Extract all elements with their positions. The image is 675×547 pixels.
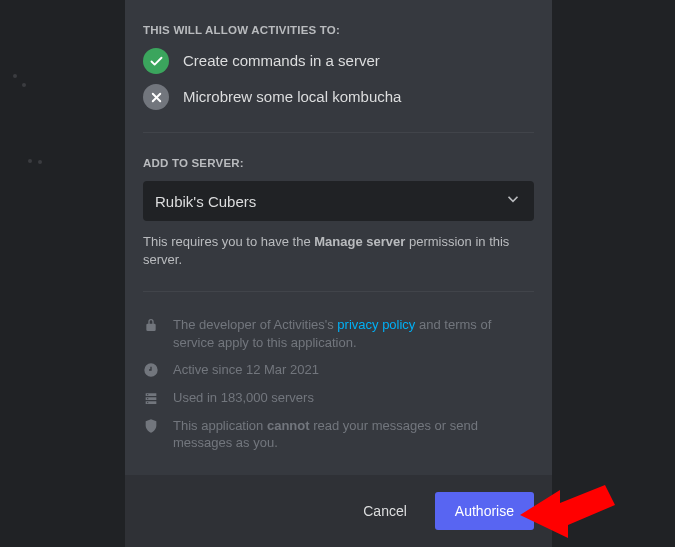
dialog-footer: Cancel Authorise — [125, 475, 552, 547]
permission-item-allow: Create commands in a server — [143, 48, 534, 74]
info-active: Active since 12 Mar 2021 — [143, 361, 534, 379]
authorise-button[interactable]: Authorise — [435, 492, 534, 530]
cancel-button[interactable]: Cancel — [343, 492, 427, 530]
hint-prefix: This requires you to have the — [143, 234, 314, 249]
info-pre: This application — [173, 418, 267, 433]
dialog-body: THIS WILL ALLOW ACTIVITIES TO: Create co… — [125, 0, 552, 475]
server-select-value: Rubik's Cubers — [155, 193, 256, 210]
info-text: The developer of Activities's privacy po… — [173, 316, 534, 351]
info-pre: The developer of Activities's — [173, 317, 337, 332]
info-text: Active since 12 Mar 2021 — [173, 361, 534, 379]
info-list: The developer of Activities's privacy po… — [143, 316, 534, 471]
check-icon — [143, 48, 169, 74]
svg-point-4 — [147, 402, 148, 403]
x-icon — [143, 84, 169, 110]
hint-bold: Manage server — [314, 234, 405, 249]
authorise-dialog: THIS WILL ALLOW ACTIVITIES TO: Create co… — [125, 0, 552, 547]
svg-point-2 — [147, 394, 148, 395]
chevron-down-icon — [504, 190, 522, 212]
info-used: Used in 183,000 servers — [143, 389, 534, 407]
permission-text: Create commands in a server — [183, 51, 380, 71]
server-section-label: ADD TO SERVER: — [143, 157, 534, 169]
info-bold: cannot — [267, 418, 310, 433]
server-permission-hint: This requires you to have the Manage ser… — [143, 233, 534, 269]
info-text: This application cannot read your messag… — [173, 417, 534, 452]
permissions-list: Create commands in a server Microbrew so… — [143, 48, 534, 110]
servers-icon — [143, 390, 159, 406]
lock-icon — [143, 317, 159, 333]
svg-point-3 — [147, 398, 148, 399]
permission-item-deny: Microbrew some local kombucha — [143, 84, 534, 110]
clock-icon — [143, 362, 159, 378]
info-text: Used in 183,000 servers — [173, 389, 534, 407]
divider — [143, 291, 534, 292]
server-select[interactable]: Rubik's Cubers — [143, 181, 534, 221]
privacy-policy-link[interactable]: privacy policy — [337, 317, 415, 332]
info-shield: This application cannot read your messag… — [143, 417, 534, 452]
shield-icon — [143, 418, 159, 434]
permission-text: Microbrew some local kombucha — [183, 87, 401, 107]
info-privacy: The developer of Activities's privacy po… — [143, 316, 534, 351]
allow-section-label: THIS WILL ALLOW ACTIVITIES TO: — [143, 24, 534, 36]
divider — [143, 132, 534, 133]
